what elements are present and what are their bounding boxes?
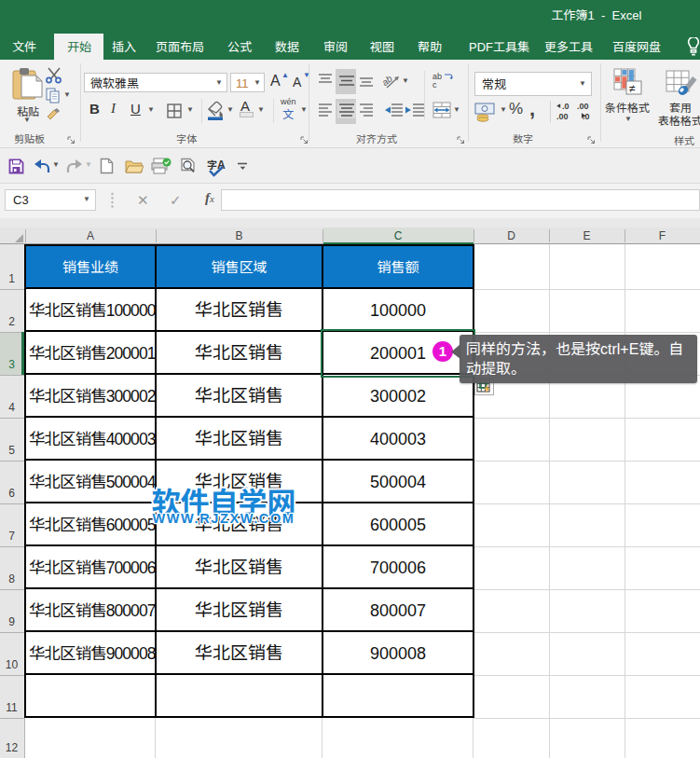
svg-text:≠: ≠ xyxy=(629,82,636,95)
svg-text:c: c xyxy=(432,80,437,90)
svg-text:ab: ab xyxy=(381,73,394,88)
svg-text:WWW.RJZXW.COM: WWW.RJZXW.COM xyxy=(153,511,295,526)
svg-text:.0: .0 xyxy=(562,102,570,111)
svg-text:.00: .00 xyxy=(556,112,569,121)
svg-text:.00: .00 xyxy=(577,102,589,111)
